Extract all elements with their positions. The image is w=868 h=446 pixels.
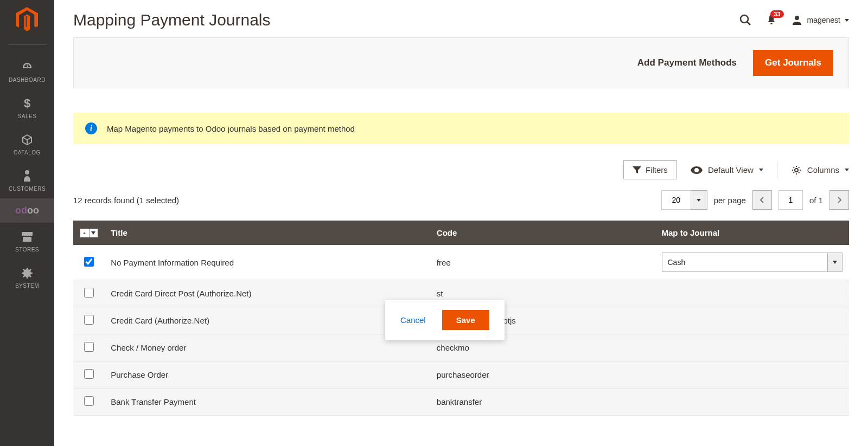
row-title: Check / Money order <box>104 334 430 361</box>
magento-logo[interactable] <box>15 7 40 34</box>
page-title: Mapping Payment Journals <box>73 11 271 29</box>
row-title: Credit Card Direct Post (Authorize.Net) <box>104 280 430 307</box>
page-size-input[interactable] <box>661 190 691 210</box>
sidebar-item-label: CUSTOMERS <box>9 186 46 192</box>
sidebar-item-label: DASHBOARD <box>9 77 46 83</box>
store-icon <box>20 229 35 244</box>
sidebar-divider <box>8 44 46 45</box>
add-payment-methods-link[interactable]: Add Payment Methods <box>637 57 737 68</box>
filters-button[interactable]: Filters <box>623 160 677 179</box>
action-bar: Add Payment Methods Get Journals <box>73 37 849 88</box>
notification-badge: 33 <box>770 10 783 18</box>
grid-controls: Filters Default View Columns <box>73 160 849 179</box>
journal-select[interactable]: Cash <box>662 253 828 272</box>
sidebar-item-catalog[interactable]: CATALOG <box>0 126 54 162</box>
columns-label: Columns <box>807 165 839 174</box>
sidebar-item-label: odoo <box>15 205 39 216</box>
svg-line-3 <box>747 22 750 25</box>
header-actions: 33 magenest <box>739 14 849 27</box>
page-header: Mapping Payment Journals 33 magenest <box>54 0 868 37</box>
row-select-cell <box>73 307 104 334</box>
caret-down-icon <box>845 19 849 22</box>
table-header-row: - Title Code Map to Journal <box>73 221 849 245</box>
page-of-label: of 1 <box>809 196 823 205</box>
columns-control[interactable]: Columns <box>791 165 849 176</box>
sidebar-item-system[interactable]: SYSTEM <box>0 259 54 295</box>
row-journal <box>655 307 850 334</box>
sidebar-item-sales[interactable]: $ SALES <box>0 89 54 126</box>
row-code: free <box>430 245 655 280</box>
user-icon <box>791 14 803 26</box>
sidebar-item-customers[interactable]: CUSTOMERS <box>0 162 54 198</box>
row-title: No Payment Information Required <box>104 245 430 280</box>
sidebar-item-label: SALES <box>18 113 37 119</box>
sidebar: DASHBOARD $ SALES CATALOG CUSTOMERS odoo… <box>0 0 54 416</box>
row-title: Purchase Order <box>104 361 430 389</box>
search-icon[interactable] <box>739 14 752 27</box>
sidebar-item-label: STORES <box>15 247 39 253</box>
row-select-cell <box>73 245 104 280</box>
records-count: 12 records found (1 selected) <box>73 196 179 205</box>
prev-page-button[interactable] <box>752 190 772 210</box>
info-text: Map Magento payments to Odoo journals ba… <box>107 124 355 133</box>
person-icon <box>20 169 35 184</box>
row-select-cell <box>73 361 104 389</box>
select-all-dropdown[interactable] <box>89 229 98 237</box>
journal-select-dropdown[interactable] <box>828 253 843 272</box>
row-checkbox[interactable] <box>84 369 94 379</box>
caret-down-icon <box>759 169 763 171</box>
table-row[interactable]: Purchase Orderpurchaseorder <box>73 361 849 389</box>
pagination: per page of 1 <box>661 190 849 210</box>
user-name: magenest <box>807 16 840 24</box>
row-code: purchaseorder <box>430 361 655 389</box>
page-size-control <box>661 190 707 210</box>
page-size-dropdown[interactable] <box>691 190 707 210</box>
funnel-icon <box>633 166 641 174</box>
caret-down-icon <box>697 199 701 202</box>
column-header-code[interactable]: Code <box>430 221 655 245</box>
row-journal <box>655 389 850 416</box>
current-page-input[interactable] <box>778 190 803 210</box>
row-checkbox[interactable] <box>84 396 94 406</box>
save-button[interactable]: Save <box>442 310 489 330</box>
row-checkbox[interactable] <box>84 257 94 267</box>
row-journal <box>655 334 850 361</box>
column-header-journal[interactable]: Map to Journal <box>655 221 850 245</box>
get-journals-button[interactable]: Get Journals <box>753 50 833 76</box>
row-code: banktransfer <box>430 389 655 416</box>
dashboard-icon <box>20 60 35 75</box>
info-banner: i Map Magento payments to Odoo journals … <box>73 113 849 144</box>
row-select-cell <box>73 280 104 307</box>
bell-icon <box>765 18 777 27</box>
column-header-title[interactable]: Title <box>104 221 430 245</box>
caret-down-icon <box>845 169 849 171</box>
table-row[interactable]: Bank Transfer Paymentbanktransfer <box>73 389 849 416</box>
notifications-button[interactable]: 33 <box>765 14 777 27</box>
select-all-checkbox[interactable]: - <box>80 229 89 237</box>
filters-label: Filters <box>646 165 668 174</box>
sidebar-item-label: CATALOG <box>14 150 41 156</box>
row-title: Credit Card (Authorize.Net) <box>104 307 430 334</box>
next-page-button[interactable] <box>829 190 849 210</box>
sidebar-item-odoo[interactable]: odoo <box>0 198 54 223</box>
sidebar-item-stores[interactable]: STORES <box>0 223 54 259</box>
row-checkbox[interactable] <box>84 288 94 298</box>
gear-icon <box>20 266 35 281</box>
svg-point-5 <box>795 169 798 172</box>
sidebar-item-dashboard[interactable]: DASHBOARD <box>0 53 54 89</box>
default-view-control[interactable]: Default View <box>691 165 763 174</box>
row-journal <box>655 361 850 389</box>
gear-icon <box>791 165 802 176</box>
row-checkbox[interactable] <box>84 315 94 325</box>
select-all-header[interactable]: - <box>73 221 104 245</box>
svg-point-2 <box>741 15 748 23</box>
svg-point-1 <box>25 170 29 174</box>
svg-text:$: $ <box>24 97 30 110</box>
inline-edit-actions: Cancel Save <box>385 300 505 340</box>
table-row[interactable]: No Payment Information RequiredfreeCash <box>73 245 849 280</box>
row-checkbox[interactable] <box>84 342 94 352</box>
eye-icon <box>691 166 703 174</box>
row-journal: Cash <box>655 245 850 280</box>
user-menu[interactable]: magenest <box>791 14 849 26</box>
cancel-button[interactable]: Cancel <box>400 315 426 325</box>
